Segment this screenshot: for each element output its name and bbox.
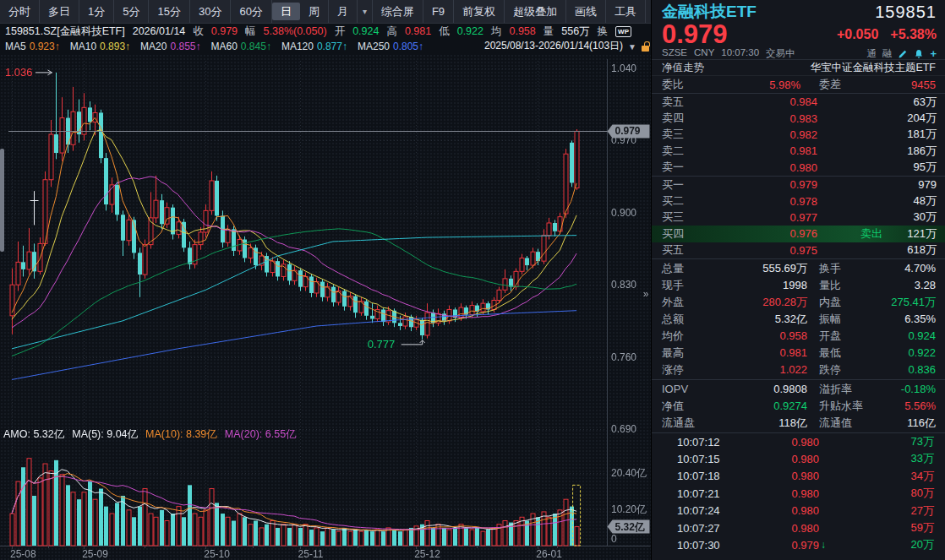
tab-month[interactable]: 月 (329, 0, 358, 23)
sell-order-row[interactable]: 卖三0.982181万 (652, 127, 945, 143)
alert-bell-icon[interactable] (914, 49, 924, 59)
shenzhen-connect-tag: 通 (866, 47, 877, 60)
low-label: 低 (439, 24, 450, 39)
tick-row: 10:07:210.98080万 (652, 485, 945, 502)
stat-row: 现手1998量比3.28 (652, 277, 945, 294)
tick-row: 10:07:180.98034万 (652, 468, 945, 485)
high-label: 高 (386, 24, 397, 39)
left-edge-scrollbar[interactable] (0, 149, 4, 252)
ma20-item: MA200.855↑ (140, 41, 200, 52)
chart-area: AMO: 5.32亿 MA(5): 9.04亿 MA(10): 8.39亿 MA… (0, 54, 651, 560)
order-imbalance-row: 委比 5.98% 委差 9455 (652, 76, 945, 94)
quote-panel: 金融科技ETF 159851 0.979 +0.050 +5.38% SZSE … (651, 0, 945, 560)
sell-order-book: 卖五0.98463万 卖四0.983204万 卖三0.982181万 卖二0.9… (652, 94, 945, 177)
tab-5min[interactable]: 5分 (114, 0, 149, 23)
tab-multi-day[interactable]: 多日 (40, 0, 79, 23)
margin-tag: 融 (882, 47, 893, 60)
market-stats-section: 总量555.69万换手4.70% 现手1998量比3.28 外盘280.28万内… (652, 259, 945, 380)
weicha-value: 9455 (878, 79, 936, 91)
panel-collapse-button[interactable]: » (640, 286, 652, 302)
up-arrow-icon: ↑ (196, 41, 201, 52)
edit-pencil-icon[interactable] (898, 49, 908, 59)
quote-info-bar: 159851.SZ[金融科技ETF] 2026/01/14 收 0.979 幅 … (0, 24, 649, 39)
tab-day[interactable]: 日 (272, 3, 300, 20)
low-value: 0.922 (457, 25, 483, 37)
tab-15min[interactable]: 15分 (149, 0, 189, 23)
iopv-row: 净值0.9274升贴水率5.56% (652, 398, 945, 415)
volume-value: 556万 (561, 24, 589, 39)
draw-line-button[interactable]: 画线 (566, 0, 606, 23)
sell-order-row[interactable]: 卖五0.98463万 (652, 94, 945, 110)
iopv-row: 流通盘118亿流通值116亿 (652, 415, 945, 432)
date-range-selector[interactable]: 2025/08/13-2026/01/14(103日) (484, 39, 623, 55)
amo-indicator-bar: AMO: 5.32亿 MA(5): 9.04亿 MA(10): 8.39亿 MA… (3, 427, 297, 442)
sell-order-row[interactable]: 卖一0.98095万 (652, 160, 945, 176)
turnover-label: 换 (598, 24, 609, 39)
quote-time: 10:07:30 (721, 47, 759, 60)
super-overlay-button[interactable]: 超级叠加 (505, 0, 566, 23)
period-dropdown-caret-icon[interactable]: ▾ (358, 0, 373, 23)
tick-row: 10:07:120.98073万 (652, 433, 945, 450)
ma250-item: MA2500.805↑ (358, 41, 423, 52)
f9-button[interactable]: F9 (423, 0, 454, 23)
date-range-caret-icon[interactable]: ▼ (628, 42, 636, 52)
sell-order-row[interactable]: 卖二0.981186万 (652, 143, 945, 159)
trade-date: 2026/01/14 (133, 25, 186, 37)
tab-30min[interactable]: 30分 (190, 0, 231, 23)
price-change: +0.050 (837, 27, 878, 42)
buy-order-row-highlighted[interactable]: 买四0.976卖出121万 (652, 226, 945, 242)
ma10-item: MA100.893↑ (70, 41, 130, 52)
up-arrow-icon: ↑ (55, 41, 60, 52)
trading-status: 交易中 (766, 47, 795, 60)
ma60-item: MA600.845↑ (211, 41, 271, 52)
ma120-item: MA1200.877↑ (281, 41, 347, 52)
exchange-label: SZSE (662, 47, 687, 60)
up-arrow-icon: ↑ (342, 41, 347, 52)
volume-label: 量 (544, 24, 554, 39)
buy-order-book: 买一0.979979 买二0.97848万 买三0.97730万 买四0.976… (652, 177, 945, 259)
up-arrow-icon: ↑ (418, 41, 423, 52)
amo-ma10: MA(10): 8.39亿 (145, 427, 217, 442)
last-price: 0.979 (662, 22, 728, 47)
buy-order-row[interactable]: 买三0.97730万 (652, 209, 945, 226)
buy-order-row[interactable]: 买一0.979979 (652, 177, 945, 193)
open-label: 开 (335, 24, 346, 39)
sell-order-row[interactable]: 卖四0.983204万 (652, 110, 945, 126)
tick-row: 10:07:150.98033万 (652, 450, 945, 467)
stat-row: 涨停1.022跌停0.836 (652, 362, 945, 378)
forward-adjust-button[interactable]: 前复权 (454, 0, 505, 23)
candlestick-chart-canvas[interactable] (0, 54, 651, 560)
stock-trading-app: 分时 多日 1分 5分 15分 30分 60分 日 周 月 ▾ 综合屏 F9 前… (0, 0, 945, 560)
tab-timeshare[interactable]: 分时 (0, 0, 40, 23)
buy-order-row[interactable]: 买五0.975618万 (652, 242, 945, 258)
fund-info-row[interactable]: 净值走势 华宝中证金融科技主题ETF (652, 60, 945, 76)
weicha-label: 委差 (819, 77, 878, 92)
stock-code: 159851 (875, 3, 937, 22)
composite-screen-button[interactable]: 综合屏 (373, 0, 423, 23)
chart-toolbar: 分时 多日 1分 5分 15分 30分 60分 日 周 月 ▾ 综合屏 F9 前… (0, 0, 651, 24)
tab-60min[interactable]: 60分 (231, 0, 271, 23)
tools-button[interactable]: 工具 (606, 0, 646, 23)
stat-row: 最高0.981最低0.922 (652, 345, 945, 362)
lock-icon[interactable] (642, 46, 649, 52)
iopv-row: IOPV0.9808溢折率-0.18% (652, 381, 945, 398)
open-value: 0.924 (352, 25, 379, 37)
tab-1min[interactable]: 1分 (79, 0, 114, 23)
wencai-wp-icon[interactable]: WP (615, 26, 631, 37)
range-label: 幅 (245, 24, 256, 39)
avg-label: 均 (491, 24, 502, 39)
high-value: 0.981 (405, 25, 431, 37)
up-arrow-icon: ↑ (266, 41, 271, 52)
quote-header: 金融科技ETF 159851 0.979 +0.050 +5.38% SZSE … (652, 0, 945, 60)
stat-row: 总额5.32亿振幅6.35% (652, 311, 945, 328)
tick-direction-icon: ↓ (819, 539, 834, 551)
tab-week[interactable]: 周 (300, 0, 329, 23)
nav-trend-label[interactable]: 净值走势 (662, 61, 704, 75)
tick-row: 10:07:300.979↓20万 (652, 536, 945, 553)
buy-order-row[interactable]: 买二0.97848万 (652, 193, 945, 209)
fund-full-name: 华宝中证金融科技主题ETF (810, 61, 936, 75)
tick-row: 10:07:240.98027万 (652, 502, 945, 519)
close-label: 收 (193, 24, 204, 39)
add-to-watchlist-icon[interactable]: + (930, 47, 937, 60)
currency-label: CNY (694, 47, 714, 60)
